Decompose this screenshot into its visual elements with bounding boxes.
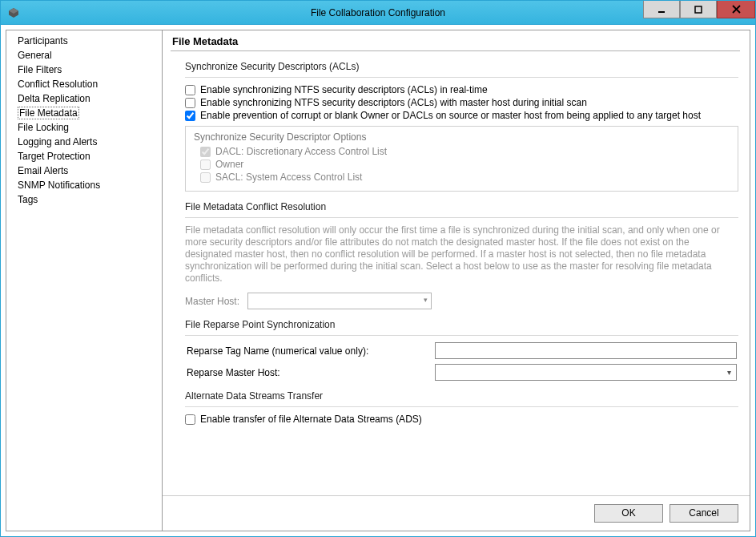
acl-options-group: Synchronize Security Descriptor Options … bbox=[185, 126, 738, 192]
close-button[interactable] bbox=[717, 1, 755, 18]
page-title: File Metadata bbox=[171, 35, 740, 50]
maximize-icon bbox=[694, 6, 702, 14]
acl-initialscan-label: Enable synchronizing NTFS security descr… bbox=[200, 97, 587, 108]
acl-opt-owner-label: Owner bbox=[215, 159, 243, 170]
sidebar-item-email-alerts[interactable]: Email Alerts bbox=[6, 164, 162, 178]
acl-opt-owner-checkbox bbox=[200, 159, 211, 170]
divider bbox=[185, 217, 738, 218]
minimize-icon bbox=[657, 6, 666, 14]
window-title: File Collaboration Configuration bbox=[1, 7, 755, 18]
ads-enable-label: Enable transfer of file Alternate Data S… bbox=[200, 414, 422, 425]
ads-enable-checkbox[interactable] bbox=[185, 414, 195, 425]
acl-initialscan-checkbox[interactable] bbox=[185, 98, 195, 108]
sidebar-item-label: Tags bbox=[18, 194, 38, 205]
master-host-label: Master Host: bbox=[185, 296, 239, 307]
acl-prevent-corrupt-checkbox[interactable] bbox=[185, 111, 195, 121]
app-icon bbox=[7, 6, 20, 19]
acl-opt-dacl-checkbox bbox=[200, 147, 211, 157]
sidebar-item-label: File Locking bbox=[18, 122, 69, 133]
sidebar-item-target-protection[interactable]: Target Protection bbox=[6, 149, 162, 164]
minimize-button[interactable] bbox=[643, 1, 680, 18]
acl-realtime-label: Enable synchronizing NTFS security descr… bbox=[200, 84, 488, 95]
sidebar-item-label: Conflict Resolution bbox=[18, 79, 98, 90]
sidebar-item-snmp-notifications[interactable]: SNMP Notifications bbox=[6, 178, 162, 192]
conflict-description: File metadata conflict resolution will o… bbox=[185, 224, 738, 285]
category-sidebar: Participants General File Filters Confli… bbox=[6, 30, 163, 531]
sidebar-item-label: Logging and Alerts bbox=[18, 136, 97, 147]
sidebar-item-label: SNMP Notifications bbox=[18, 180, 100, 191]
svg-rect-3 bbox=[695, 6, 702, 13]
acl-realtime-checkbox[interactable] bbox=[185, 85, 195, 95]
sidebar-item-general[interactable]: General bbox=[6, 48, 162, 63]
reparse-host-combo[interactable]: ▾ bbox=[435, 364, 737, 381]
close-icon bbox=[732, 5, 741, 14]
sidebar-item-file-locking[interactable]: File Locking bbox=[6, 120, 162, 135]
sidebar-item-file-filters[interactable]: File Filters bbox=[6, 63, 162, 77]
reparse-heading: File Reparse Point Synchronization bbox=[185, 319, 738, 330]
ads-section: Alternate Data Streams Transfer Enable t… bbox=[185, 390, 738, 425]
settings-panel-inner: File Metadata Synchronize Security Descr… bbox=[163, 30, 750, 495]
sidebar-item-label: General bbox=[18, 50, 52, 61]
sidebar-item-label: Email Alerts bbox=[18, 165, 68, 176]
sidebar-item-label: Participants bbox=[18, 35, 68, 46]
acl-prevent-corrupt-label: Enable prevention of corrupt or blank Ow… bbox=[200, 110, 701, 121]
acl-section: Synchronize Security Descriptors (ACLs) … bbox=[185, 61, 738, 192]
ok-button[interactable]: OK bbox=[594, 504, 663, 523]
acl-opt-sacl-label: SACL: System Access Control List bbox=[215, 172, 362, 183]
window-controls bbox=[643, 1, 755, 24]
sidebar-item-participants[interactable]: Participants bbox=[6, 34, 162, 48]
sidebar-item-delta-replication[interactable]: Delta Replication bbox=[6, 91, 162, 106]
divider bbox=[185, 335, 738, 336]
conflict-section: File Metadata Conflict Resolution File m… bbox=[185, 201, 738, 309]
reparse-tag-label: Reparse Tag Name (numerical value only): bbox=[187, 345, 435, 357]
chevron-down-icon: ▾ bbox=[424, 296, 428, 304]
reparse-tag-input[interactable] bbox=[435, 342, 737, 359]
sidebar-item-label: Delta Replication bbox=[18, 93, 90, 104]
divider bbox=[185, 77, 738, 78]
chevron-down-icon: ▾ bbox=[727, 368, 731, 377]
sidebar-item-tags[interactable]: Tags bbox=[6, 192, 162, 207]
maximize-button[interactable] bbox=[680, 1, 717, 18]
reparse-host-label: Reparse Master Host: bbox=[187, 367, 435, 378]
divider bbox=[185, 406, 738, 407]
sidebar-item-label: Target Protection bbox=[18, 151, 90, 162]
sidebar-item-label: File Metadata bbox=[18, 107, 79, 119]
sidebar-item-file-metadata[interactable]: File Metadata bbox=[6, 106, 162, 120]
window: File Collaboration Configuration Partici… bbox=[0, 0, 756, 537]
sidebar-item-label: File Filters bbox=[18, 64, 62, 75]
conflict-heading: File Metadata Conflict Resolution bbox=[185, 201, 738, 212]
cancel-button[interactable]: Cancel bbox=[670, 504, 738, 523]
sidebar-item-conflict-resolution[interactable]: Conflict Resolution bbox=[6, 77, 162, 91]
titlebar: File Collaboration Configuration bbox=[1, 1, 755, 25]
acl-options-heading: Synchronize Security Descriptor Options bbox=[194, 131, 730, 143]
reparse-section: File Reparse Point Synchronization Repar… bbox=[185, 319, 738, 381]
settings-panel: File Metadata Synchronize Security Descr… bbox=[163, 30, 750, 531]
acl-opt-sacl-checkbox bbox=[200, 172, 211, 183]
dialog-footer: OK Cancel bbox=[163, 495, 750, 531]
master-host-combo: ▾ bbox=[247, 293, 432, 309]
svg-rect-2 bbox=[658, 11, 665, 13]
acl-opt-dacl-label: DACL: Discretionary Access Control List bbox=[215, 146, 387, 157]
acl-heading: Synchronize Security Descriptors (ACLs) bbox=[185, 61, 738, 72]
dialog-body: Participants General File Filters Confli… bbox=[1, 25, 755, 536]
divider bbox=[171, 50, 740, 51]
sidebar-item-logging-alerts[interactable]: Logging and Alerts bbox=[6, 135, 162, 149]
ads-heading: Alternate Data Streams Transfer bbox=[185, 390, 738, 402]
